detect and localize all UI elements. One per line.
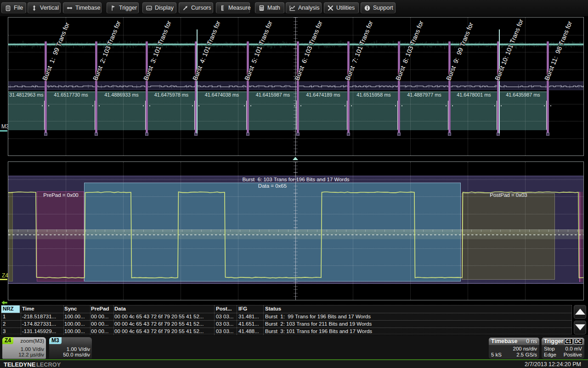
svg-text:Burst 4: 101 Trans for: Burst 4: 101 Trans for bbox=[191, 19, 222, 81]
svg-text:Burst 10: 101 Trans for: Burst 10: 101 Trans for bbox=[493, 18, 525, 81]
svg-text:Burst 2: 103 Trans for: Burst 2: 103 Trans for bbox=[91, 19, 122, 81]
svg-text:Burst 6: 103 Trans for: Burst 6: 103 Trans for bbox=[293, 19, 324, 81]
svg-text:Burst 7: 101 Trans for: Burst 7: 101 Trans for bbox=[344, 19, 374, 81]
svg-text:Burst 1: 99 Trans for: Burst 1: 99 Trans for bbox=[41, 21, 71, 81]
svg-text:Burst 3: 101 Trans for: Burst 3: 101 Trans for bbox=[142, 19, 173, 81]
svg-text:Burst 11: 98 Trans for: Burst 11: 98 Trans for bbox=[543, 20, 573, 81]
svg-text:Burst 8: 103 Trans for: Burst 8: 103 Trans for bbox=[394, 19, 425, 81]
svg-text:Burst 9: 99 Trans for: Burst 9: 99 Trans for bbox=[445, 21, 475, 81]
svg-text:Burst 5: 101 Trans for: Burst 5: 101 Trans for bbox=[243, 19, 274, 81]
